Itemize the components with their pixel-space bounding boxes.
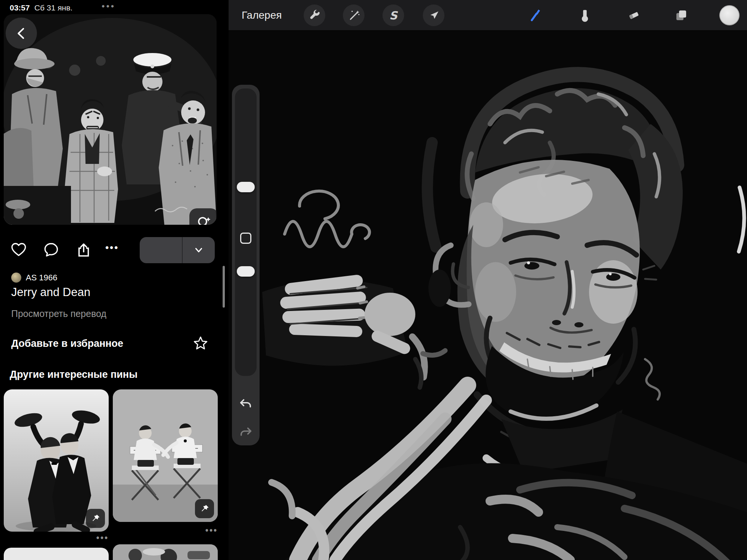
undo-icon [238,396,253,411]
gallery-button[interactable]: Галерея [242,0,282,31]
save-control [140,237,215,263]
selection-icon: S [389,9,397,22]
split-view-menu-handle[interactable]: ••• [102,1,115,12]
brush-size-slider[interactable] [237,182,255,192]
author-row[interactable]: AS 1966 [11,273,57,283]
smudge-tool-button[interactable] [577,8,592,23]
save-button[interactable] [140,237,183,263]
translate-link[interactable]: Просмотреть перевод [11,308,106,319]
chevron-down-icon [193,244,205,256]
related-pin-4-art [113,544,218,560]
modify-button[interactable] [240,233,251,244]
related-pin-2[interactable] [113,389,218,522]
comment-icon [43,242,59,258]
scrollbar[interactable] [223,266,225,308]
pushpin-icon [199,504,210,514]
status-time: 03:57 [10,3,30,12]
pinterest-panel: 03:57 Сб 31 янв. ••• [0,0,229,560]
star-icon [193,336,208,351]
smudge-finger-icon [578,8,592,22]
adjustments-button[interactable] [343,4,365,26]
heart-icon [10,242,27,258]
actions-button[interactable] [304,4,325,26]
author-name: AS 1966 [26,273,57,283]
pin-save-badge-2[interactable] [195,499,214,518]
more-options-button[interactable]: ••• [105,242,119,253]
slider-track [235,88,257,376]
back-button[interactable] [6,18,37,49]
status-date: Сб 31 янв. [34,3,72,12]
favorites-label: Добавьте в избранное [11,338,123,349]
pin-save-badge-1[interactable] [86,509,105,528]
redo-button[interactable] [238,425,253,440]
related-pin-4[interactable] [113,544,218,560]
procreate-panel: Галерея S [229,0,747,560]
redo-icon [238,425,253,440]
transform-arrow-icon [427,9,440,22]
wrench-icon [308,9,321,22]
canvas-painting [229,31,747,560]
related-pin-3[interactable] [4,548,109,560]
save-board-dropdown[interactable] [183,237,215,263]
related-pin-1[interactable] [4,389,109,532]
more-dots-glyph: ••• [105,242,119,253]
brush-icon [527,8,542,22]
layers-icon [674,8,688,22]
brush-sidebar [232,85,260,445]
visual-search-button[interactable] [189,208,217,225]
author-avatar [11,273,21,283]
magic-wand-icon [347,9,360,22]
related-pin-2-more[interactable]: ••• [197,526,218,536]
visual-search-icon [196,215,212,225]
opacity-slider[interactable] [237,266,255,277]
favorite-star-button[interactable] [192,335,209,352]
brush-tool-button[interactable] [527,8,542,23]
split-screen: 03:57 Сб 31 янв. ••• [0,0,747,560]
selection-button[interactable]: S [382,4,404,26]
pin-image[interactable] [4,14,217,225]
eraser-icon [627,8,641,22]
drawing-canvas[interactable] [229,31,747,560]
related-pins-heading: Другие интересные пины [10,369,137,380]
comment-button[interactable] [42,241,60,259]
share-button[interactable] [75,241,93,259]
pin-title: Jerry and Dean [11,286,90,299]
undo-button[interactable] [238,396,253,411]
layers-button[interactable] [674,8,689,23]
eraser-tool-button[interactable] [626,8,641,23]
procreate-toolbar: Галерея S [229,0,747,31]
like-button[interactable] [10,241,28,259]
pin-photo-art [4,14,217,225]
color-swatch-button[interactable] [719,5,740,25]
back-chevron-icon [13,25,30,41]
pushpin-icon [90,513,101,524]
transform-button[interactable] [423,4,444,26]
related-pin-1-more[interactable]: ••• [88,533,109,543]
share-icon [75,242,92,258]
